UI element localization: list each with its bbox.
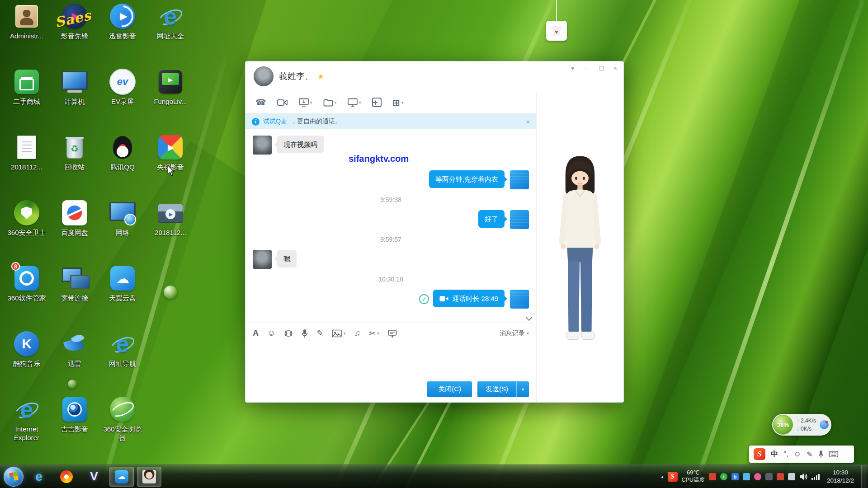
- ime-mic-icon[interactable]: [818, 450, 824, 458]
- peer-avatar[interactable]: [253, 250, 272, 269]
- music-share-icon[interactable]: ♫: [354, 328, 361, 338]
- desktop-icon[interactable]: 360安全浏览器: [100, 395, 145, 460]
- window-shake-icon[interactable]: [284, 329, 293, 338]
- cpu-temp-widget[interactable]: 69℃ CPU温度: [682, 469, 705, 483]
- qq-show-avatar[interactable]: [546, 150, 614, 352]
- desktop-icon[interactable]: ▶ 2018112...: [148, 198, 193, 264]
- desktop-icon[interactable]: 2018112...: [4, 133, 49, 198]
- taskbar-app-button[interactable]: ☁: [109, 467, 134, 487]
- handwriting-icon[interactable]: ✎: [316, 328, 323, 338]
- remote-desktop-icon[interactable]: ▾: [348, 98, 361, 107]
- voice-call-icon[interactable]: ☎: [255, 97, 266, 108]
- voice-message-icon[interactable]: [302, 329, 308, 338]
- desktop-icon[interactable]: ♻ 回收站: [52, 133, 97, 198]
- sogou-ime-bar[interactable]: S 中 °, ☺ ✎: [749, 446, 854, 463]
- emoji-icon[interactable]: ☺: [267, 328, 275, 338]
- desktop-icon[interactable]: K 酷狗音乐: [4, 329, 49, 395]
- tray-icon[interactable]: [788, 473, 795, 480]
- taskbar-app-button[interactable]: V: [82, 467, 106, 487]
- punctuation-toggle[interactable]: °,: [783, 450, 788, 458]
- desktop-icon[interactable]: 360安全卫士: [4, 198, 49, 264]
- peer-avatar[interactable]: [254, 66, 274, 86]
- clock[interactable]: 10:30 2018/12/2: [824, 469, 857, 484]
- tray-icon[interactable]: +: [720, 473, 727, 480]
- qq-show-ornament[interactable]: ♥: [545, 0, 568, 41]
- button-row: 关闭(C) 发送(S) ▾: [245, 376, 536, 402]
- sogou-logo[interactable]: S: [754, 448, 765, 460]
- taskbar-app-button[interactable]: e: [27, 467, 51, 487]
- hidden-icons-button[interactable]: ▴: [661, 474, 664, 479]
- desktop-icon[interactable]: 8 360软件管家: [4, 264, 49, 329]
- add-app-icon[interactable]: +: [372, 98, 382, 107]
- video-call-icon[interactable]: [277, 99, 288, 107]
- desktop-icon[interactable]: ☁ 天翼云盘: [100, 264, 145, 329]
- close-window-button[interactable]: ×: [613, 65, 617, 71]
- sogou-tray-icon[interactable]: S: [668, 472, 678, 482]
- message-list[interactable]: 现在视频吗 sifangktv.com 等两分钟,先穿着内衣 9:59:38 好…: [245, 129, 536, 323]
- tray-icon[interactable]: [743, 473, 750, 480]
- tray-icon[interactable]: [777, 473, 784, 480]
- apps-grid-icon[interactable]: ⊞ ▾: [392, 97, 404, 108]
- desktop-icon[interactable]: ▶ Saes 影音先锋: [52, 2, 97, 67]
- desktop-icon[interactable]: 二手商城: [4, 67, 49, 133]
- desktop-icon[interactable]: e 网址大全: [148, 2, 193, 67]
- desktop-icon[interactable]: 宽带连接: [52, 264, 97, 329]
- desktop-icon[interactable]: ▶ FungoLiv...: [148, 67, 193, 133]
- maximize-button[interactable]: ☐: [599, 65, 604, 71]
- desktop-icon[interactable]: 吉吉影音: [52, 395, 97, 460]
- screen-share-icon[interactable]: ▾: [299, 98, 312, 107]
- banner-close-icon[interactable]: ×: [526, 118, 530, 126]
- desktop-icon[interactable]: 网络: [100, 198, 145, 264]
- taskbar-app-button[interactable]: [137, 467, 161, 487]
- scroll-down-icon[interactable]: [526, 315, 532, 321]
- lang-toggle[interactable]: 中: [771, 450, 778, 459]
- window-titlebar[interactable]: 莪姓李、 ★ ▾ — ☐ ×: [245, 61, 623, 91]
- tray-icon[interactable]: b: [731, 473, 739, 480]
- start-button[interactable]: [4, 467, 24, 487]
- desktop-icon[interactable]: e Internet Explorer: [4, 395, 49, 460]
- net-speed-widget[interactable]: 38% ↑2.4K/s ↓0K/s: [772, 414, 831, 436]
- desktop-icon[interactable]: 计算机: [52, 67, 97, 133]
- font-icon[interactable]: A: [253, 328, 259, 338]
- close-chat-button[interactable]: 关闭(C): [427, 381, 472, 397]
- window-menu-button[interactable]: ▾: [571, 65, 574, 71]
- desktop-icon[interactable]: ▶ 迅雷影音: [100, 2, 145, 67]
- tray-icon[interactable]: [754, 473, 761, 480]
- self-avatar[interactable]: [510, 290, 529, 309]
- send-button[interactable]: 发送(S): [477, 381, 516, 397]
- ime-keyboard-icon[interactable]: [829, 451, 838, 457]
- desktop-icon[interactable]: 腾讯QQ: [100, 133, 145, 198]
- desktop-icon[interactable]: e 网址导航: [100, 329, 145, 395]
- desktop-icon[interactable]: 百度网盘: [52, 198, 97, 264]
- desktop-icon[interactable]: Administr...: [4, 2, 49, 67]
- memory-ball[interactable]: 38%: [773, 415, 793, 435]
- call-record-bubble[interactable]: 通话时长 28:49: [433, 290, 505, 307]
- desktop-icon-image: [60, 395, 89, 424]
- volume-icon[interactable]: [799, 473, 807, 480]
- message-history-button[interactable]: 消息记录 ▾: [500, 329, 529, 338]
- network-icon[interactable]: [811, 473, 820, 480]
- tray-icon[interactable]: [765, 473, 773, 480]
- qmic-link[interactable]: 试试Q麦: [263, 117, 287, 126]
- send-file-icon[interactable]: ▾: [323, 99, 337, 107]
- desktop-icon[interactable]: ev EV录屏: [100, 67, 145, 133]
- desktop-icon-label: 腾讯QQ: [110, 163, 134, 172]
- tray-icon[interactable]: [709, 473, 716, 480]
- ime-pen-icon[interactable]: ✎: [807, 450, 812, 459]
- chat-link[interactable]: sifangktv.com: [349, 154, 529, 164]
- desktop-icon-label: 二手商城: [13, 98, 40, 106]
- minimize-button[interactable]: —: [583, 65, 590, 71]
- send-options-button[interactable]: ▾: [516, 381, 529, 397]
- self-avatar[interactable]: [510, 170, 529, 189]
- message-box-icon[interactable]: [388, 329, 397, 338]
- screenshot-icon[interactable]: ✂ ▾: [369, 328, 379, 338]
- show-desktop-button[interactable]: [861, 465, 867, 488]
- widget-handle[interactable]: [820, 420, 829, 429]
- self-avatar[interactable]: [510, 210, 529, 229]
- send-image-icon[interactable]: ▾: [332, 329, 345, 338]
- desktop-icon[interactable]: 迅雷: [52, 329, 97, 395]
- peer-avatar[interactable]: [253, 136, 272, 155]
- taskbar-app-button[interactable]: [54, 467, 79, 487]
- message-input[interactable]: [245, 343, 536, 376]
- ime-emoji-icon[interactable]: ☺: [794, 450, 801, 458]
